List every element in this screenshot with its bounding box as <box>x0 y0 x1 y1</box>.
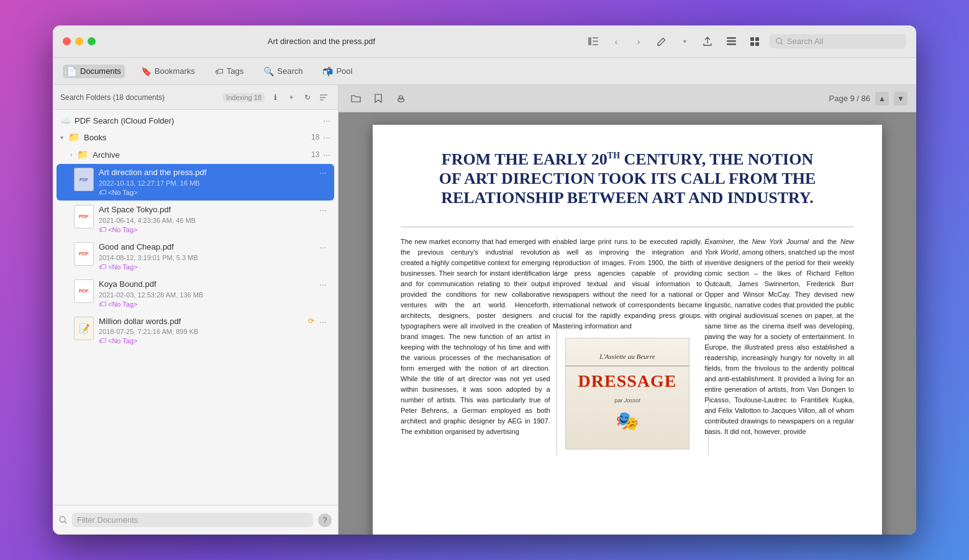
search-bar[interactable] <box>770 34 906 48</box>
pdf-divider <box>401 227 854 227</box>
svg-line-12 <box>781 43 783 45</box>
file-more-button-5[interactable]: ··· <box>319 317 327 327</box>
svg-rect-5 <box>727 40 736 42</box>
sidebar-header-icons: ℹ + ↻ <box>268 91 330 104</box>
sidebar-toggle-button[interactable] <box>585 33 602 50</box>
file-more-button[interactable]: ··· <box>319 168 327 178</box>
forward-button[interactable]: › <box>630 34 647 50</box>
pdf-col-3: Examiner, the New York Journal and the N… <box>704 237 854 456</box>
pdf-thumb-icon-3: PDF <box>79 251 89 256</box>
file-name-4: Koya Bound.pdf <box>99 279 314 290</box>
main-content: Search Folders (18 documents) Indexing 1… <box>53 85 916 535</box>
tags-tab-icon: 🏷 <box>215 66 224 76</box>
tab-documents[interactable]: 📄 Documents <box>63 65 125 78</box>
tab-bookmarks[interactable]: 🔖 Bookmarks <box>137 65 199 78</box>
file-info-4: Koya Bound.pdf 2021-02-03, 12:53:28 AM, … <box>99 279 314 309</box>
refresh-button[interactable]: ↻ <box>301 91 314 104</box>
folder-archive-count: 13 <box>311 150 319 159</box>
file-item-koya[interactable]: PDF Koya Bound.pdf 2021-02-03, 12:53:28 … <box>57 276 334 312</box>
file-date: 2022-10-13, 12:27:17 PM, 16 MB <box>99 179 314 187</box>
search-tab-icon: 🔍 <box>263 66 274 76</box>
chevron-down-icon: ▾ <box>60 134 63 141</box>
main-window: Art direction and the press.pdf ‹ › ▾ <box>53 25 916 535</box>
svg-rect-1 <box>593 37 598 38</box>
file-more-button-4[interactable]: ··· <box>319 279 327 289</box>
file-info: Art direction and the press.pdf 2022-10-… <box>99 168 314 197</box>
back-button[interactable]: ‹ <box>608 34 624 50</box>
filter-search-icon <box>59 516 67 524</box>
info-button[interactable]: ℹ <box>268 91 282 104</box>
share-button[interactable] <box>699 33 716 50</box>
svg-point-16 <box>60 517 65 522</box>
svg-point-18 <box>398 98 404 102</box>
tag-icon: 🏷 <box>99 188 106 197</box>
list-view-button[interactable] <box>722 33 740 50</box>
tab-search[interactable]: 🔍 Search <box>260 65 306 78</box>
book-image-sub: par Jossot <box>614 397 640 405</box>
edit-button[interactable] <box>653 33 670 50</box>
filter-input[interactable] <box>77 515 308 525</box>
file-tag-2: 🏷 <No Tag> <box>99 225 314 234</box>
file-item-good-cheap[interactable]: PDF Good and Cheap.pdf 2014-08-12, 3:19:… <box>57 238 334 275</box>
svg-rect-8 <box>755 37 759 41</box>
file-name: Art direction and the press.pdf <box>99 168 314 178</box>
tag-icon-5: 🏷 <box>99 336 106 345</box>
sidebar-header: Search Folders (18 documents) Indexing 1… <box>53 85 338 110</box>
pdf-bookmark-button[interactable] <box>370 90 387 107</box>
file-date-2: 2021-06-14, 4:23:36 AM, 46 MB <box>99 217 314 224</box>
tag-icon-3: 🏷 <box>99 263 106 271</box>
pdf-annotate-button[interactable] <box>392 90 409 107</box>
svg-rect-2 <box>593 41 598 42</box>
page-down-button[interactable]: ▼ <box>894 92 908 106</box>
folder-more-icon[interactable]: ··· <box>323 115 330 125</box>
svg-rect-10 <box>755 42 759 46</box>
pdf-viewer: Page 9 / 86 ▲ ▼ From the early 20th cent… <box>339 85 916 535</box>
pdf-thumb-icon-4: PDF <box>79 288 89 294</box>
file-item-art-space[interactable]: PDF Art Space Tokyo.pdf 2021-06-14, 4:23… <box>57 201 334 238</box>
pdf-toolbar: Page 9 / 86 ▲ ▼ <box>339 85 916 112</box>
help-button[interactable]: ? <box>318 513 332 527</box>
file-info-5: Million dollar words.pdf 2018-07-25, 7:2… <box>99 317 303 346</box>
folder-archive[interactable]: › 📁 Archive 13 ··· <box>53 146 338 163</box>
page-up-button[interactable]: ▲ <box>875 92 889 106</box>
file-tag: 🏷 <No Tag> <box>99 188 314 197</box>
file-thumb-5: 📝 <box>74 317 94 340</box>
folder-books[interactable]: ▾ 📁 Books 18 ··· <box>53 129 338 146</box>
file-list: ☁️ PDF Search (iCloud Folder) ··· ▾ 📁 Bo… <box>53 110 338 505</box>
pdf-heading: From the early 20th century, the notion … <box>401 150 854 208</box>
grid-view-button[interactable] <box>746 33 763 50</box>
svg-line-17 <box>65 522 66 523</box>
pdf-folder-button[interactable] <box>347 90 365 107</box>
file-more-button-3[interactable]: ··· <box>319 242 327 252</box>
folder-icon: 📁 <box>68 132 80 143</box>
folder-books-more[interactable]: ··· <box>323 132 330 142</box>
file-more-button-2[interactable]: ··· <box>319 205 327 215</box>
folder-archive-more[interactable]: ··· <box>323 150 330 160</box>
file-name-3: Good and Cheap.pdf <box>99 242 314 253</box>
search-input[interactable] <box>787 37 900 46</box>
tag-icon-2: 🏷 <box>99 225 106 234</box>
folder-pdf-search[interactable]: ☁️ PDF Search (iCloud Folder) ··· <box>53 112 338 129</box>
file-item-million[interactable]: 📝 Million dollar words.pdf 2018-07-25, 7… <box>57 313 334 350</box>
tab-tags[interactable]: 🏷 Tags <box>211 65 247 78</box>
search-icon <box>776 37 783 45</box>
svg-rect-3 <box>593 44 598 45</box>
documents-tab-icon: 📄 <box>66 66 77 76</box>
pdf-thumb-icon: PDF <box>80 178 88 182</box>
sort-button[interactable] <box>317 91 330 104</box>
pdf-toolbar-left <box>347 90 409 107</box>
file-date-3: 2014-08-12, 3:19:01 PM, 5.3 MB <box>99 254 314 261</box>
folder-archive-icon: 📁 <box>77 149 89 160</box>
indexing-badge: Indexing 18 <box>223 93 265 102</box>
sidebar: Search Folders (18 documents) Indexing 1… <box>53 85 339 535</box>
file-name-5: Million dollar words.pdf <box>99 317 303 327</box>
edit-dropdown-button[interactable]: ▾ <box>676 34 693 50</box>
book-image-figure: 🎭 <box>616 407 639 436</box>
folder-name: PDF Search (iCloud Folder) <box>75 116 319 125</box>
file-item-art-direction[interactable]: PDF Art direction and the press.pdf 2022… <box>57 164 334 201</box>
tab-pool[interactable]: 📬 Pool <box>319 65 356 78</box>
bookmarks-tab-icon: 🔖 <box>141 66 152 76</box>
add-button[interactable]: + <box>284 91 298 104</box>
file-thumb-2: PDF <box>74 205 94 228</box>
file-tag-3: 🏷 <No Tag> <box>99 263 314 271</box>
